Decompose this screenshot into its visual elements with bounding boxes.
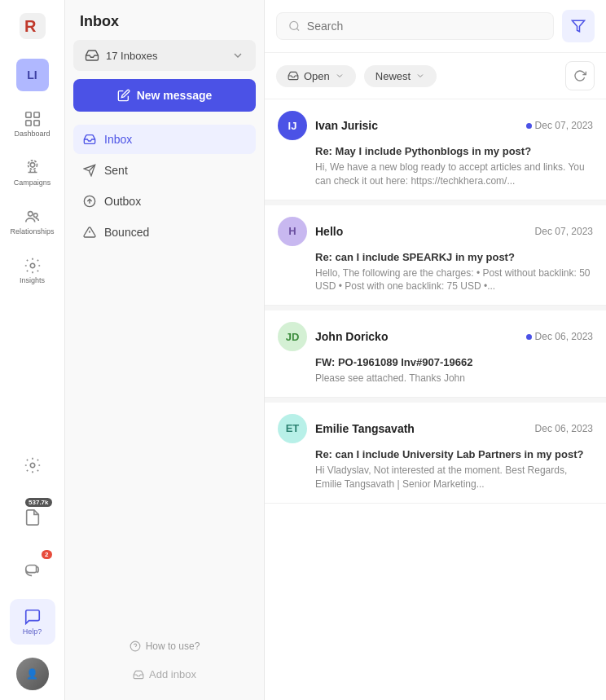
how-to-use-link[interactable]: How to use? bbox=[125, 636, 205, 657]
storage-nav-item[interactable]: 537.7k bbox=[10, 495, 55, 540]
message-item[interactable]: H Hello Dec 07, 2023 Re: can I include S… bbox=[265, 205, 606, 306]
avatar: IJ bbox=[278, 111, 307, 140]
nav-bottom-section: 537.7k 2 Help? 👤 bbox=[10, 442, 55, 690]
filter-bar: Open Newest bbox=[265, 53, 606, 99]
message-preview: Hi Vladyslav, Not interested at the mome… bbox=[315, 464, 593, 491]
svg-point-11 bbox=[30, 463, 35, 468]
filter-button[interactable] bbox=[562, 10, 595, 42]
message-header: H Hello Dec 07, 2023 bbox=[278, 217, 593, 246]
sidebar-bottom: How to use? Add inbox bbox=[73, 636, 256, 687]
search-input-wrap[interactable] bbox=[276, 12, 554, 40]
bounced-nav-label: Bounced bbox=[104, 226, 149, 239]
sidebar-nav-outbox[interactable]: Outbox bbox=[73, 187, 256, 216]
message-subject: Re: can I include SPEARKJ in my post? bbox=[315, 251, 593, 263]
svg-rect-3 bbox=[33, 112, 38, 117]
sender-name: John Doricko bbox=[315, 330, 388, 343]
inbox-selector-left: 17 Inboxes bbox=[85, 48, 158, 63]
help-nav-item[interactable]: Help? bbox=[10, 599, 55, 645]
sidebar-item-relationships[interactable]: Relationships bbox=[10, 199, 55, 244]
app-logo[interactable]: R bbox=[16, 10, 49, 42]
sidebar-item-campaigns[interactable]: Campaigns bbox=[10, 150, 55, 196]
megaphone-nav-item[interactable]: 2 bbox=[10, 547, 55, 592]
settings-nav-item[interactable] bbox=[10, 442, 55, 488]
inbox-icon bbox=[85, 48, 99, 63]
inbox-count-label: 17 Inboxes bbox=[106, 50, 158, 62]
status-filter[interactable]: Open bbox=[276, 65, 356, 87]
sent-nav-label: Sent bbox=[104, 164, 128, 177]
new-message-label: New message bbox=[137, 89, 213, 102]
message-meta: Hello Dec 07, 2023 bbox=[315, 225, 593, 238]
message-meta: John Doricko Dec 06, 2023 bbox=[315, 330, 593, 343]
avatar: ET bbox=[278, 414, 307, 443]
inbox-filter-icon bbox=[288, 70, 299, 81]
sidebar-nav-bounced[interactable]: Bounced bbox=[73, 218, 256, 247]
svg-rect-2 bbox=[25, 112, 30, 117]
warning-icon bbox=[83, 226, 96, 239]
message-subject: Re: can I include University Lab Partner… bbox=[315, 448, 593, 460]
inbox-nav-label: Inbox bbox=[104, 133, 132, 146]
svg-line-21 bbox=[296, 29, 299, 31]
megaphone-badge: 2 bbox=[42, 550, 51, 559]
sidebar-item-dashboard-label: Dashboard bbox=[14, 130, 50, 138]
refresh-icon bbox=[573, 69, 586, 82]
message-meta: Ivan Jurisic Dec 07, 2023 bbox=[315, 119, 593, 132]
chevron-down-status-icon bbox=[335, 71, 345, 81]
message-date: Dec 06, 2023 bbox=[526, 331, 593, 342]
message-date: Dec 07, 2023 bbox=[526, 120, 593, 131]
message-preview: Please see attached. Thanks John bbox=[315, 372, 593, 385]
message-item[interactable]: IJ Ivan Jurisic Dec 07, 2023 Re: May I i… bbox=[265, 99, 606, 200]
svg-point-20 bbox=[290, 21, 298, 29]
svg-text:R: R bbox=[24, 17, 37, 35]
message-header: JD John Doricko Dec 06, 2023 bbox=[278, 322, 593, 351]
message-header: IJ Ivan Jurisic Dec 07, 2023 bbox=[278, 111, 593, 140]
sender-name: Ivan Jurisic bbox=[315, 119, 378, 132]
svg-rect-4 bbox=[25, 121, 30, 125]
sidebar-item-dashboard[interactable]: Dashboard bbox=[10, 101, 55, 147]
new-message-button[interactable]: New message bbox=[73, 79, 256, 112]
svg-point-8 bbox=[28, 212, 33, 217]
avatar: JD bbox=[278, 322, 307, 351]
message-date: Dec 06, 2023 bbox=[535, 423, 593, 434]
message-preview: Hello, The following are the charges: • … bbox=[315, 266, 593, 294]
refresh-button[interactable] bbox=[565, 61, 595, 90]
add-inbox-button[interactable]: Add inbox bbox=[126, 662, 203, 687]
status-filter-label: Open bbox=[304, 70, 330, 82]
search-icon bbox=[288, 20, 301, 33]
message-subject: FW: PO-1961089 Inv#907-19662 bbox=[315, 356, 593, 368]
outbox-nav-label: Outbox bbox=[104, 195, 141, 208]
question-icon bbox=[130, 641, 141, 652]
svg-point-10 bbox=[30, 263, 35, 268]
funnel-icon bbox=[571, 19, 586, 33]
chevron-down-sort-icon bbox=[415, 71, 425, 81]
avatar-image: 👤 bbox=[16, 658, 49, 690]
help-nav-label: Help? bbox=[23, 627, 42, 636]
avatar: H bbox=[278, 217, 307, 246]
outbox-icon bbox=[83, 195, 96, 208]
message-item[interactable]: ET Emilie Tangsavath Dec 06, 2023 Re: ca… bbox=[265, 403, 606, 504]
sidebar-nav-inbox[interactable]: Inbox bbox=[73, 125, 256, 154]
user-initials[interactable]: LI bbox=[16, 59, 49, 91]
unread-dot bbox=[526, 334, 532, 340]
sidebar-nav-sent[interactable]: Sent bbox=[73, 156, 256, 185]
message-preview: Hi, We have a new blog ready to accept a… bbox=[315, 161, 593, 188]
sender-name: Emilie Tangsavath bbox=[315, 422, 415, 435]
sidebar: Inbox 17 Inboxes New message Inbox Sent … bbox=[65, 0, 265, 700]
user-avatar[interactable]: 👤 bbox=[16, 658, 49, 690]
svg-point-7 bbox=[28, 161, 37, 169]
message-date: Dec 07, 2023 bbox=[535, 226, 593, 237]
unread-dot bbox=[526, 123, 532, 129]
message-item[interactable]: JD John Doricko Dec 06, 2023 FW: PO-1961… bbox=[265, 310, 606, 398]
svg-point-9 bbox=[33, 214, 37, 218]
add-inbox-label: Add inbox bbox=[149, 668, 196, 680]
message-meta: Emilie Tangsavath Dec 06, 2023 bbox=[315, 422, 593, 435]
search-input[interactable] bbox=[307, 20, 542, 33]
sidebar-item-campaigns-label: Campaigns bbox=[14, 178, 51, 187]
how-to-use-label: How to use? bbox=[146, 641, 200, 652]
sort-filter[interactable]: Newest bbox=[364, 65, 437, 87]
svg-rect-5 bbox=[33, 121, 38, 125]
message-header: ET Emilie Tangsavath Dec 06, 2023 bbox=[278, 414, 593, 443]
send-icon bbox=[83, 164, 96, 177]
message-subject: Re: May I include Pythonblogs in my post… bbox=[315, 145, 593, 157]
inbox-selector[interactable]: 17 Inboxes bbox=[73, 40, 256, 71]
sidebar-item-insights[interactable]: Insights bbox=[10, 248, 55, 293]
